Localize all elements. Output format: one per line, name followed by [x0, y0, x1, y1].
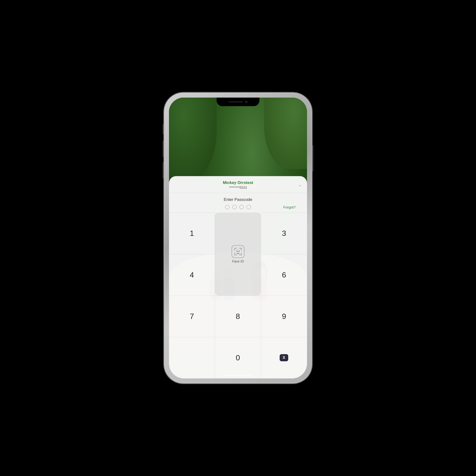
keypad: 1 — [169, 213, 307, 378]
key-3[interactable]: 3 — [261, 213, 307, 254]
account-number: ********5533 — [223, 186, 253, 189]
key-9-label: 9 — [282, 312, 286, 321]
key-1-label: 1 — [190, 229, 194, 238]
account-name: Mickey Orrstest — [223, 180, 253, 185]
key-4[interactable]: 4 — [169, 254, 215, 296]
phone-device: Mickey Orrstest ********5533 ⌄ Enter Pas… — [164, 93, 312, 383]
passcode-modal: Mickey Orrstest ********5533 ⌄ Enter Pas… — [169, 176, 307, 378]
key-0-label: 0 — [236, 354, 240, 362]
key-3-label: 3 — [282, 229, 286, 238]
dots-forgot-row: Forgot? — [175, 205, 301, 209]
passcode-dot-1 — [225, 205, 229, 209]
passcode-entry-section: Enter Passcode Forgot? — [169, 193, 307, 213]
passcode-dot-3 — [239, 205, 244, 209]
power-button — [312, 145, 313, 171]
delete-key[interactable]: X — [261, 337, 307, 378]
key-7-label: 7 — [190, 312, 194, 321]
enter-passcode-label: Enter Passcode — [175, 197, 301, 202]
tree-left — [169, 98, 217, 181]
key-6-label: 6 — [282, 271, 286, 279]
face-id-svg — [234, 247, 242, 256]
passcode-dots — [225, 205, 251, 209]
notch-speaker — [228, 101, 243, 102]
key-4-label: 4 — [190, 271, 194, 279]
phone-screen: Mickey Orrstest ********5533 ⌄ Enter Pas… — [169, 98, 307, 378]
key-9[interactable]: 9 — [261, 296, 307, 337]
key-8[interactable]: 8 — [215, 296, 261, 337]
chevron-down-icon[interactable]: ⌄ — [298, 183, 301, 187]
front-camera-icon — [245, 101, 248, 103]
key-1[interactable]: 1 — [169, 213, 215, 254]
account-selector-row[interactable]: Mickey Orrstest ********5533 ⌄ — [169, 176, 307, 193]
home-indicator — [224, 375, 252, 376]
face-id-label: Face ID — [232, 259, 244, 263]
tree-right — [264, 98, 307, 169]
face-id-key[interactable]: Face ID — [215, 213, 261, 295]
account-info: Mickey Orrstest ********5533 — [223, 180, 253, 189]
passcode-dot-2 — [232, 205, 237, 209]
key-8-label: 8 — [236, 312, 240, 321]
passcode-dot-4 — [247, 205, 251, 209]
forgot-link[interactable]: Forgot? — [283, 205, 296, 209]
delete-badge: X — [280, 354, 288, 361]
delete-label: X — [283, 356, 285, 360]
key-7[interactable]: 7 — [169, 296, 215, 337]
notch — [217, 98, 259, 106]
face-id-icon — [232, 245, 244, 258]
key-6[interactable]: 6 — [261, 254, 307, 296]
key-0[interactable]: 0 — [215, 337, 261, 378]
key-empty — [169, 337, 215, 378]
